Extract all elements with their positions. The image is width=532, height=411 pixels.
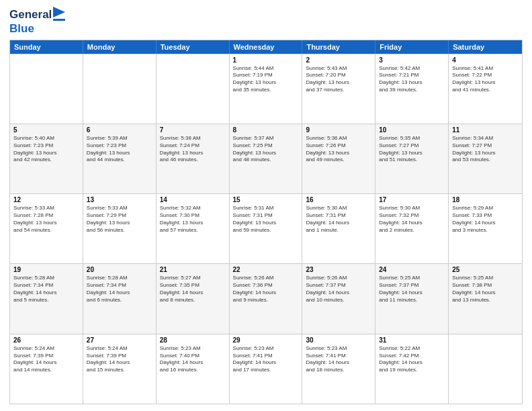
day-number: 9 bbox=[306, 126, 371, 134]
calendar-cell: 25Sunrise: 5:25 AM Sunset: 7:38 PM Dayli… bbox=[449, 264, 522, 333]
logo-icon bbox=[53, 7, 65, 23]
cell-info: Sunrise: 5:39 AM Sunset: 7:23 PM Dayligh… bbox=[87, 135, 152, 164]
day-number: 31 bbox=[379, 336, 445, 344]
cell-info: Sunrise: 5:30 AM Sunset: 7:32 PM Dayligh… bbox=[379, 205, 445, 234]
day-number: 26 bbox=[13, 336, 79, 344]
day-number: 16 bbox=[306, 196, 371, 203]
cell-info: Sunrise: 5:31 AM Sunset: 7:31 PM Dayligh… bbox=[233, 205, 299, 234]
svg-rect-1 bbox=[53, 19, 65, 21]
cell-info: Sunrise: 5:22 AM Sunset: 7:42 PM Dayligh… bbox=[379, 345, 445, 374]
day-number: 10 bbox=[379, 126, 445, 134]
calendar-cell: 28Sunrise: 5:23 AM Sunset: 7:40 PM Dayli… bbox=[157, 334, 230, 404]
day-number: 12 bbox=[13, 196, 79, 203]
calendar-cell: 1Sunrise: 5:44 AM Sunset: 7:19 PM Daylig… bbox=[230, 54, 303, 124]
day-number: 19 bbox=[13, 266, 79, 273]
cell-info: Sunrise: 5:36 AM Sunset: 7:26 PM Dayligh… bbox=[306, 135, 371, 164]
calendar-body: 1Sunrise: 5:44 AM Sunset: 7:19 PM Daylig… bbox=[10, 54, 522, 404]
calendar-cell: 29Sunrise: 5:23 AM Sunset: 7:41 PM Dayli… bbox=[230, 334, 303, 404]
day-number: 15 bbox=[233, 196, 299, 203]
calendar-cell: 21Sunrise: 5:27 AM Sunset: 7:35 PM Dayli… bbox=[157, 264, 230, 333]
day-number: 28 bbox=[160, 336, 226, 344]
cell-info: Sunrise: 5:38 AM Sunset: 7:24 PM Dayligh… bbox=[160, 135, 226, 164]
svg-marker-0 bbox=[53, 7, 65, 17]
day-number: 13 bbox=[87, 196, 152, 203]
cell-info: Sunrise: 5:32 AM Sunset: 7:30 PM Dayligh… bbox=[160, 205, 226, 234]
calendar-cell: 19Sunrise: 5:28 AM Sunset: 7:34 PM Dayli… bbox=[10, 264, 83, 333]
calendar-cell bbox=[157, 54, 230, 124]
calendar-cell: 31Sunrise: 5:22 AM Sunset: 7:42 PM Dayli… bbox=[375, 334, 449, 404]
weekday-header: Friday bbox=[375, 40, 449, 54]
logo: General Blue bbox=[9, 7, 65, 36]
calendar-cell: 6Sunrise: 5:39 AM Sunset: 7:23 PM Daylig… bbox=[83, 124, 157, 193]
calendar-cell: 7Sunrise: 5:38 AM Sunset: 7:24 PM Daylig… bbox=[157, 124, 230, 193]
calendar-cell: 22Sunrise: 5:26 AM Sunset: 7:36 PM Dayli… bbox=[230, 264, 303, 333]
calendar-cell: 5Sunrise: 5:40 AM Sunset: 7:23 PM Daylig… bbox=[10, 124, 83, 193]
cell-info: Sunrise: 5:23 AM Sunset: 7:41 PM Dayligh… bbox=[233, 345, 299, 374]
calendar-cell: 27Sunrise: 5:24 AM Sunset: 7:39 PM Dayli… bbox=[83, 334, 157, 404]
calendar-cell bbox=[449, 334, 522, 404]
calendar: SundayMondayTuesdayWednesdayThursdayFrid… bbox=[9, 40, 523, 404]
calendar-cell: 30Sunrise: 5:23 AM Sunset: 7:41 PM Dayli… bbox=[302, 334, 375, 404]
day-number: 25 bbox=[452, 266, 519, 273]
logo-blue: Blue bbox=[9, 23, 65, 36]
cell-info: Sunrise: 5:24 AM Sunset: 7:39 PM Dayligh… bbox=[13, 345, 79, 374]
calendar-cell: 23Sunrise: 5:26 AM Sunset: 7:37 PM Dayli… bbox=[302, 264, 375, 333]
cell-info: Sunrise: 5:25 AM Sunset: 7:38 PM Dayligh… bbox=[452, 275, 519, 304]
day-number: 17 bbox=[379, 196, 445, 203]
day-number: 5 bbox=[13, 126, 79, 134]
cell-info: Sunrise: 5:28 AM Sunset: 7:34 PM Dayligh… bbox=[13, 275, 79, 304]
day-number: 11 bbox=[452, 126, 519, 134]
calendar-cell: 10Sunrise: 5:35 AM Sunset: 7:27 PM Dayli… bbox=[375, 124, 449, 193]
cell-info: Sunrise: 5:24 AM Sunset: 7:39 PM Dayligh… bbox=[87, 345, 152, 374]
weekday-header: Sunday bbox=[10, 40, 83, 54]
day-number: 21 bbox=[160, 266, 226, 273]
cell-info: Sunrise: 5:41 AM Sunset: 7:22 PM Dayligh… bbox=[452, 65, 519, 94]
calendar-cell: 3Sunrise: 5:42 AM Sunset: 7:21 PM Daylig… bbox=[375, 54, 449, 124]
cell-info: Sunrise: 5:29 AM Sunset: 7:33 PM Dayligh… bbox=[452, 205, 519, 234]
calendar-cell: 24Sunrise: 5:25 AM Sunset: 7:37 PM Dayli… bbox=[375, 264, 449, 333]
day-number: 8 bbox=[233, 126, 299, 134]
cell-info: Sunrise: 5:33 AM Sunset: 7:28 PM Dayligh… bbox=[13, 205, 79, 234]
day-number: 22 bbox=[233, 266, 299, 273]
weekday-header: Thursday bbox=[302, 40, 375, 54]
calendar-cell: 20Sunrise: 5:28 AM Sunset: 7:34 PM Dayli… bbox=[83, 264, 157, 333]
calendar-row: 19Sunrise: 5:28 AM Sunset: 7:34 PM Dayli… bbox=[10, 263, 522, 333]
calendar-cell: 14Sunrise: 5:32 AM Sunset: 7:30 PM Dayli… bbox=[157, 194, 230, 263]
calendar-row: 5Sunrise: 5:40 AM Sunset: 7:23 PM Daylig… bbox=[10, 124, 522, 193]
cell-info: Sunrise: 5:37 AM Sunset: 7:25 PM Dayligh… bbox=[233, 135, 299, 164]
calendar-cell: 9Sunrise: 5:36 AM Sunset: 7:26 PM Daylig… bbox=[302, 124, 375, 193]
calendar-row: 1Sunrise: 5:44 AM Sunset: 7:19 PM Daylig… bbox=[10, 54, 522, 124]
calendar-cell: 4Sunrise: 5:41 AM Sunset: 7:22 PM Daylig… bbox=[449, 54, 522, 124]
calendar-cell bbox=[83, 54, 157, 124]
calendar-header: SundayMondayTuesdayWednesdayThursdayFrid… bbox=[10, 40, 522, 54]
cell-info: Sunrise: 5:43 AM Sunset: 7:20 PM Dayligh… bbox=[306, 65, 371, 94]
day-number: 14 bbox=[160, 196, 226, 203]
cell-info: Sunrise: 5:44 AM Sunset: 7:19 PM Dayligh… bbox=[233, 65, 299, 94]
cell-info: Sunrise: 5:42 AM Sunset: 7:21 PM Dayligh… bbox=[379, 65, 445, 94]
header: General Blue bbox=[9, 7, 523, 36]
day-number: 4 bbox=[452, 56, 519, 64]
calendar-cell: 12Sunrise: 5:33 AM Sunset: 7:28 PM Dayli… bbox=[10, 194, 83, 263]
day-number: 7 bbox=[160, 126, 226, 134]
cell-info: Sunrise: 5:34 AM Sunset: 7:27 PM Dayligh… bbox=[452, 135, 519, 164]
cell-info: Sunrise: 5:40 AM Sunset: 7:23 PM Dayligh… bbox=[13, 135, 79, 164]
calendar-cell: 16Sunrise: 5:30 AM Sunset: 7:31 PM Dayli… bbox=[302, 194, 375, 263]
logo-general: General bbox=[9, 9, 52, 21]
calendar-cell: 18Sunrise: 5:29 AM Sunset: 7:33 PM Dayli… bbox=[449, 194, 522, 263]
calendar-cell: 17Sunrise: 5:30 AM Sunset: 7:32 PM Dayli… bbox=[375, 194, 449, 263]
cell-info: Sunrise: 5:35 AM Sunset: 7:27 PM Dayligh… bbox=[379, 135, 445, 164]
calendar-cell: 11Sunrise: 5:34 AM Sunset: 7:27 PM Dayli… bbox=[449, 124, 522, 193]
cell-info: Sunrise: 5:27 AM Sunset: 7:35 PM Dayligh… bbox=[160, 275, 226, 304]
day-number: 30 bbox=[306, 336, 371, 344]
cell-info: Sunrise: 5:28 AM Sunset: 7:34 PM Dayligh… bbox=[87, 275, 152, 304]
calendar-cell: 8Sunrise: 5:37 AM Sunset: 7:25 PM Daylig… bbox=[230, 124, 303, 193]
weekday-header: Saturday bbox=[449, 40, 522, 54]
weekday-header: Monday bbox=[83, 40, 157, 54]
calendar-cell: 13Sunrise: 5:33 AM Sunset: 7:29 PM Dayli… bbox=[83, 194, 157, 263]
day-number: 29 bbox=[233, 336, 299, 344]
calendar-cell bbox=[10, 54, 83, 124]
calendar-cell: 26Sunrise: 5:24 AM Sunset: 7:39 PM Dayli… bbox=[10, 334, 83, 404]
day-number: 6 bbox=[87, 126, 152, 134]
cell-info: Sunrise: 5:30 AM Sunset: 7:31 PM Dayligh… bbox=[306, 205, 371, 234]
day-number: 20 bbox=[87, 266, 152, 273]
